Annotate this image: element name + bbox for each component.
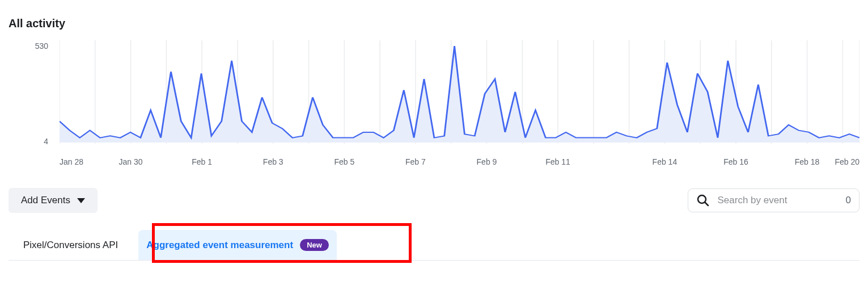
x-axis-tick: Feb 14 [653, 157, 678, 166]
page-title: All activity [9, 17, 859, 30]
search-icon [696, 194, 710, 207]
x-axis-labels: Jan 28Jan 30Feb 1Feb 3Feb 5Feb 7Feb 9Feb… [60, 157, 859, 171]
chart-plot-area [60, 40, 859, 154]
activity-chart: 530 4 Jan 28Jan 30Feb 1Feb 3Feb 5Feb 7Fe… [9, 40, 859, 171]
x-axis-tick: Feb 11 [545, 157, 570, 166]
y-axis-min: 4 [44, 137, 48, 146]
x-axis-tick: Feb 9 [477, 157, 497, 166]
x-axis-tick: Feb 5 [334, 157, 354, 166]
caret-down-icon [77, 198, 85, 203]
x-axis-tick: Jan 30 [119, 157, 143, 166]
tab-pixel-conversions[interactable]: Pixel/Conversions API [15, 230, 126, 260]
add-events-button[interactable]: Add Events [9, 188, 98, 213]
svg-line-25 [705, 203, 708, 206]
tabs: Pixel/Conversions API Aggregated event m… [9, 230, 859, 261]
tab-aggregated-label: Aggregated event measurement [146, 240, 293, 251]
x-axis-tick: Feb 16 [723, 157, 748, 166]
add-events-label: Add Events [21, 195, 70, 206]
y-axis-max: 530 [35, 41, 48, 51]
search-input[interactable] [717, 194, 839, 207]
x-axis-tick: Feb 7 [405, 157, 426, 166]
x-axis-tick: Feb 1 [192, 157, 212, 166]
x-axis-tick: Jan 28 [60, 157, 83, 166]
search-count: 0 [846, 195, 851, 206]
x-axis-tick: Feb 18 [795, 157, 820, 166]
tab-aggregated-event-measurement[interactable]: Aggregated event measurement New [138, 230, 337, 260]
x-axis-tick: Feb 20 [835, 157, 859, 166]
search-container[interactable]: 0 [688, 188, 859, 212]
new-badge: New [300, 239, 329, 251]
x-axis-tick: Feb 3 [263, 157, 283, 166]
